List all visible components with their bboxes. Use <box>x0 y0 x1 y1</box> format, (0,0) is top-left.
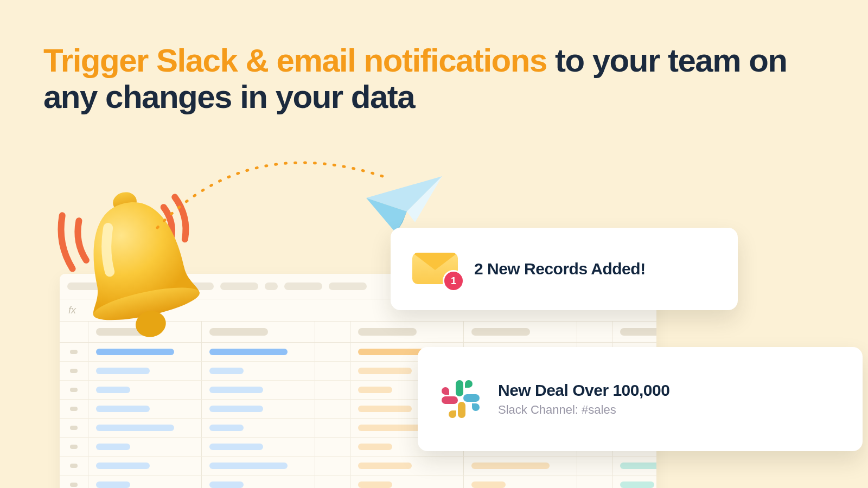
svg-rect-7 <box>456 380 463 396</box>
svg-rect-9 <box>465 384 469 388</box>
svg-rect-10 <box>463 394 480 402</box>
svg-rect-18 <box>445 391 449 395</box>
headline: Trigger Slack & email notifications to y… <box>43 42 819 115</box>
email-card-title: 2 New Records Added! <box>474 260 646 278</box>
slack-card-title: New Deal Over 100,000 <box>498 381 669 400</box>
table-row <box>60 476 656 488</box>
tab-placeholder <box>329 282 367 290</box>
email-notification-card: 1 2 New Records Added! <box>391 228 738 310</box>
slack-notification-card: New Deal Over 100,000 Slack Channel: #sa… <box>418 347 863 451</box>
svg-rect-15 <box>452 410 456 414</box>
promo-banner: Trigger Slack & email notifications to y… <box>0 0 868 488</box>
tab-placeholder <box>220 282 258 290</box>
headline-accent: Trigger Slack & email notifications <box>43 42 547 79</box>
notification-badge: 1 <box>443 270 464 292</box>
slack-icon <box>439 378 482 420</box>
slack-card-subtitle: Slack Channel: #sales <box>498 403 669 417</box>
svg-rect-13 <box>458 402 465 418</box>
tab-placeholder <box>284 282 322 290</box>
svg-rect-16 <box>442 396 458 404</box>
tab-placeholder <box>265 282 278 290</box>
svg-rect-12 <box>472 403 476 407</box>
envelope-icon: 1 <box>412 253 458 285</box>
table-row <box>60 457 656 476</box>
